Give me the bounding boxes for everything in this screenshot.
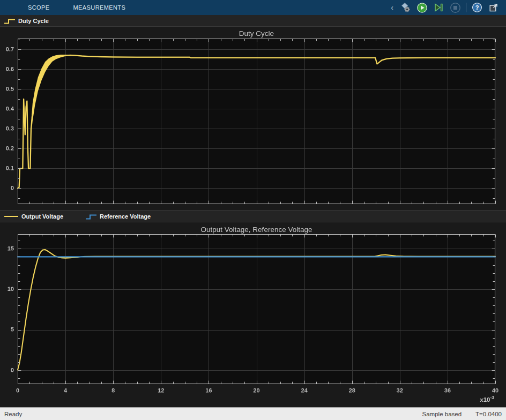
voltage-plot[interactable]	[0, 222, 506, 407]
step-swatch-icon	[3, 17, 16, 25]
status-bar: Ready Sample based T=0.0400	[0, 407, 506, 420]
toolbar-buttons: ‹	[391, 0, 506, 15]
tab-measurements[interactable]: MEASUREMENTS	[62, 0, 138, 15]
legend-plot1: Duty Cycle	[0, 15, 506, 27]
line-swatch-icon	[3, 212, 19, 221]
legend-item-duty-cycle[interactable]: Duty Cycle	[3, 17, 49, 25]
tab-scope[interactable]: SCOPE	[16, 0, 62, 15]
toolbar-separator	[466, 3, 466, 12]
legend-item-reference-voltage[interactable]: Reference Voltage	[85, 212, 151, 221]
legend-label: Output Voltage	[21, 213, 63, 220]
stop-button[interactable]	[449, 2, 461, 13]
simulation-settings-button[interactable]	[399, 2, 411, 13]
legend-item-output-voltage[interactable]: Output Voltage	[3, 212, 63, 221]
step-forward-icon	[433, 2, 444, 13]
pop-out-button[interactable]	[488, 2, 500, 13]
step-swatch-icon	[85, 212, 98, 221]
stop-icon	[450, 2, 461, 13]
step-forward-button[interactable]	[433, 2, 444, 13]
status-text: Ready	[4, 411, 22, 417]
plot1-title: Duty Cycle	[18, 29, 495, 38]
simulation-settings-icon	[400, 2, 411, 13]
help-icon: ?	[472, 2, 482, 13]
legend-label: Reference Voltage	[100, 213, 151, 220]
toolstrip-tabs: SCOPE MEASUREMENTS	[0, 0, 137, 15]
duty-cycle-plot[interactable]	[0, 27, 506, 210]
plot2-title: Output Voltage, Reference Voltage	[18, 226, 495, 234]
pop-out-icon	[488, 2, 499, 13]
x-axis-exponent-label: x10-3	[480, 395, 494, 403]
run-button[interactable]	[416, 2, 428, 13]
legend-plot2: Output Voltage Reference Voltage	[0, 210, 506, 222]
run-icon	[416, 2, 428, 13]
toolstrip: SCOPE MEASUREMENTS ‹	[0, 0, 506, 15]
svg-text:?: ?	[475, 4, 479, 11]
sim-time-label: T=0.0400	[475, 411, 502, 417]
help-button[interactable]: ?	[471, 2, 483, 13]
scope-window: SCOPE MEASUREMENTS ‹	[0, 0, 506, 420]
legend-label: Duty Cycle	[18, 18, 49, 24]
collapse-chevron-icon[interactable]: ‹	[391, 4, 393, 11]
sample-mode-label: Sample based	[422, 411, 462, 417]
